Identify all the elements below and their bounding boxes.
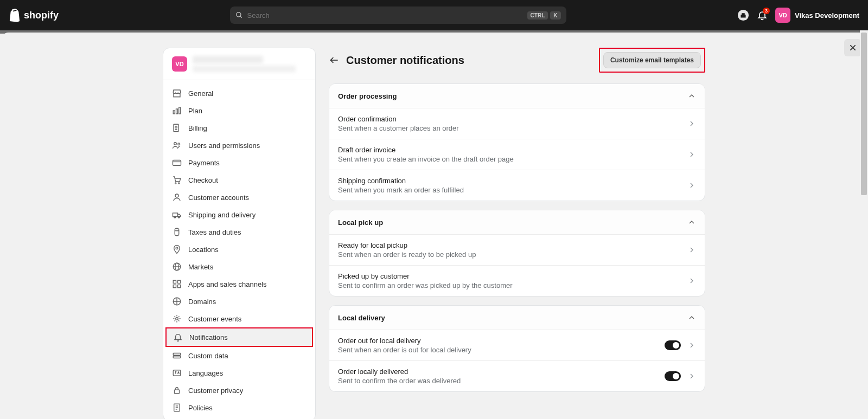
svg-rect-29 (178, 285, 181, 288)
payments-icon (172, 158, 182, 167)
row-title: Order confirmation (338, 115, 681, 123)
notification-row[interactable]: Order locally delivered Sent to confirm … (329, 361, 705, 391)
sidebar-item-customer-privacy[interactable]: Customer privacy (163, 382, 315, 399)
section-local-delivery: Local delivery Order out for local deliv… (329, 305, 705, 392)
sidebar-item-markets[interactable]: Markets (163, 258, 315, 275)
sidebar-item-label: General (188, 89, 213, 98)
notification-row[interactable]: Shipping confirmation Sent when you mark… (329, 170, 705, 201)
section-header[interactable]: Local delivery (329, 306, 705, 330)
settings-sidebar: VD GeneralPlanBillingUsers and permissio… (163, 48, 316, 419)
close-button[interactable] (844, 39, 861, 56)
sidebar-item-customer-events[interactable]: Customer events (163, 310, 315, 327)
section-order-processing: Order processing Order confirmation Sent… (329, 83, 705, 201)
scrollbar[interactable] (860, 30, 868, 419)
sidebar-item-payments[interactable]: Payments (163, 154, 315, 171)
sidebar-item-label: Billing (188, 124, 207, 132)
sidebar-item-users-and-permissions[interactable]: Users and permissions (163, 137, 315, 154)
toggle-switch[interactable] (665, 340, 681, 350)
chevron-right-icon (687, 181, 696, 190)
row-title: Order locally delivered (338, 368, 658, 376)
svg-rect-13 (173, 160, 181, 166)
store-info-redacted (193, 56, 307, 72)
search-bar[interactable]: CTRL K (230, 7, 566, 24)
svg-point-17 (175, 194, 178, 197)
svg-point-31 (176, 318, 178, 320)
person-icon (172, 192, 182, 202)
sidebar-item-taxes-and-duties[interactable]: Taxes and duties (163, 223, 315, 241)
row-subtitle: Sent when an order is out for local deli… (338, 346, 658, 354)
section-title: Local pick up (338, 218, 383, 227)
svg-rect-28 (173, 285, 176, 288)
chevron-up-icon (687, 313, 696, 322)
notification-row[interactable]: Ready for local pickup Sent when an orde… (329, 235, 705, 266)
sidebar-item-label: Taxes and duties (188, 228, 241, 236)
notifications-button[interactable]: 3 (757, 10, 768, 21)
sidebar-item-languages[interactable]: Languages (163, 364, 315, 382)
sidebar-item-shipping-and-delivery[interactable]: Shipping and delivery (163, 206, 315, 223)
sidebar-item-label: Checkout (188, 176, 218, 184)
data-icon (172, 351, 182, 360)
languages-icon (172, 368, 182, 378)
apps-icon (172, 279, 182, 289)
plan-icon (172, 106, 182, 115)
back-button[interactable] (329, 55, 340, 66)
notification-row[interactable]: Picked up by customer Sent to confirm an… (329, 266, 705, 296)
row-subtitle: Sent to confirm an order was picked up b… (338, 281, 681, 289)
svg-rect-7 (179, 107, 181, 114)
print-icon[interactable] (737, 9, 749, 21)
search-input[interactable] (247, 11, 523, 20)
toggle-switch[interactable] (665, 371, 681, 381)
sidebar-item-policies[interactable]: Policies (163, 399, 315, 416)
sidebar-item-label: Customer privacy (188, 386, 243, 395)
sidebar-item-notifications[interactable]: Notifications (165, 327, 313, 347)
main-panel: Customer notifications Customize email t… (329, 48, 705, 419)
section-header[interactable]: Local pick up (329, 210, 705, 235)
events-icon (172, 314, 182, 324)
sidebar-item-customer-accounts[interactable]: Customer accounts (163, 189, 315, 206)
section-title: Local delivery (338, 314, 385, 322)
close-icon (848, 43, 857, 52)
sidebar-item-locations[interactable]: Locations (163, 241, 315, 258)
notification-row[interactable]: Order out for local delivery Sent when a… (329, 330, 705, 361)
sidebar-item-apps-and-sales-channels[interactable]: Apps and sales channels (163, 275, 315, 293)
svg-point-9 (175, 126, 177, 128)
chevron-right-icon (687, 150, 696, 159)
customize-email-templates-button[interactable]: Customize email templates (603, 52, 701, 68)
sidebar-store-header[interactable]: VD (163, 48, 315, 80)
row-title: Shipping confirmation (338, 177, 681, 185)
svg-point-22 (176, 247, 178, 249)
sidebar-item-general[interactable]: General (163, 85, 315, 102)
shopify-logo[interactable]: shopify (9, 8, 59, 22)
row-title: Ready for local pickup (338, 241, 681, 249)
section-header[interactable]: Order processing (329, 84, 705, 108)
notification-row[interactable]: Order confirmation Sent when a customer … (329, 108, 705, 139)
svg-point-16 (178, 183, 180, 184)
notification-badge: 3 (763, 8, 770, 14)
section-title: Order processing (338, 92, 397, 100)
notification-row[interactable]: Draft order invoice Sent when you create… (329, 139, 705, 170)
markets-icon (172, 262, 182, 272)
row-title: Order out for local delivery (338, 337, 658, 345)
section-local-pick-up: Local pick up Ready for local pickup Sen… (329, 210, 705, 296)
chevron-right-icon (687, 341, 696, 350)
bag-icon (9, 8, 21, 22)
svg-point-0 (236, 12, 240, 17)
sidebar-item-label: Locations (188, 246, 219, 254)
svg-rect-26 (173, 280, 176, 283)
sidebar-item-custom-data[interactable]: Custom data (163, 347, 315, 364)
sidebar-item-billing[interactable]: Billing (163, 119, 315, 137)
svg-rect-6 (176, 109, 178, 114)
svg-line-1 (240, 16, 241, 18)
sidebar-item-label: Plan (188, 107, 202, 115)
sidebar-item-plan[interactable]: Plan (163, 102, 315, 119)
svg-point-15 (175, 183, 176, 184)
chevron-right-icon (687, 372, 696, 381)
svg-rect-34 (173, 370, 181, 376)
taxes-icon (172, 227, 182, 237)
sidebar-item-label: Languages (188, 369, 223, 377)
sidebar-item-domains[interactable]: Domains (163, 293, 315, 310)
sidebar-item-label: Shipping and delivery (188, 211, 256, 219)
svg-rect-33 (173, 356, 181, 358)
user-menu[interactable]: VD Vikas Development (775, 8, 859, 23)
sidebar-item-checkout[interactable]: Checkout (163, 171, 315, 189)
